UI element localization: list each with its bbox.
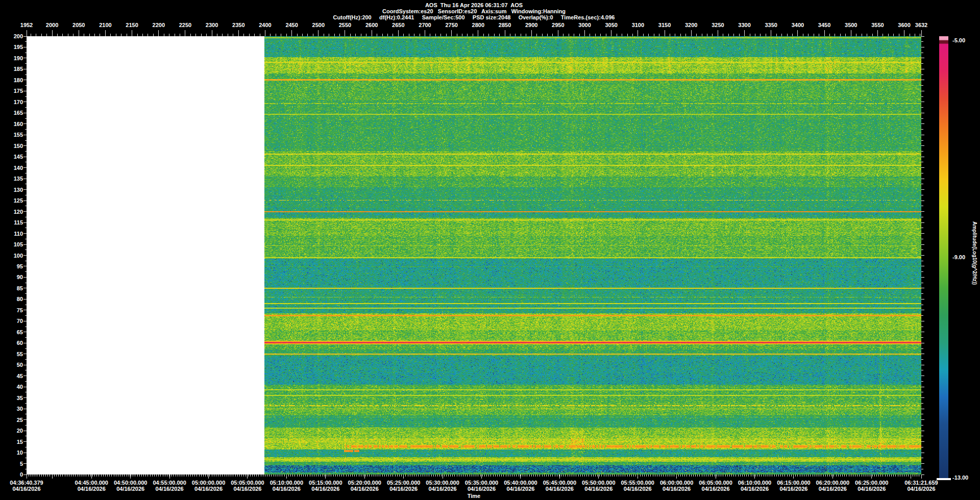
time-axis-tick-label: 04:50:00.000: [114, 480, 147, 486]
time-axis-minor-tick: [133, 474, 133, 477]
freq-right-tick: [921, 425, 923, 426]
time-axis-tick-label: 05:25:00.000: [387, 480, 420, 486]
time-axis-minor-tick: [857, 474, 857, 477]
freq-axis-tick-label: 50: [0, 362, 23, 368]
record-axis-major-tick: [212, 30, 212, 36]
time-axis-minor-tick: [563, 474, 564, 477]
time-axis-major-tick: [364, 474, 365, 479]
time-axis-minor-tick: [623, 474, 623, 477]
time-axis-minor-tick: [380, 474, 380, 477]
freq-right-tick: [921, 239, 923, 239]
freq-right-tick: [921, 266, 924, 266]
time-axis-minor-tick: [160, 474, 161, 477]
time-axis-minor-tick: [497, 474, 498, 477]
time-axis-minor-tick: [448, 474, 449, 477]
time-axis-date-label: 04/16/2026: [116, 486, 144, 492]
time-axis-minor-tick: [610, 474, 610, 477]
time-axis-minor-tick: [523, 474, 523, 477]
record-axis-tick-label: 3450: [818, 22, 830, 28]
time-axis-minor-tick: [617, 474, 617, 477]
time-axis-minor-tick: [785, 474, 785, 477]
no-data-region: [27, 36, 264, 474]
time-axis-minor-tick: [467, 474, 468, 477]
time-axis-minor-tick: [770, 474, 770, 477]
time-axis-minor-tick: [666, 474, 666, 477]
time-axis-minor-tick: [740, 474, 741, 477]
time-axis-minor-tick: [699, 474, 700, 477]
freq-axis-tick-label: 185: [0, 66, 23, 72]
freq-right-tick: [921, 261, 923, 261]
time-axis-minor-tick: [800, 474, 800, 477]
time-axis-major-tick: [598, 474, 599, 479]
time-axis-minor-tick: [576, 474, 576, 477]
record-axis-major-tick: [744, 30, 745, 36]
time-axis-major-tick: [130, 474, 131, 479]
time-axis-minor-tick: [154, 474, 155, 477]
record-axis-major-tick: [478, 30, 478, 36]
freq-right-tick: [921, 370, 923, 370]
freq-right-tick: [921, 310, 924, 310]
time-axis-minor-tick: [237, 474, 238, 477]
freq-axis-tick-label: 55: [0, 351, 23, 357]
record-axis-tick-label: 2150: [126, 22, 138, 28]
time-axis-minor-tick: [789, 474, 790, 477]
time-axis-minor-tick: [84, 474, 84, 477]
freq-right-tick: [921, 140, 923, 141]
time-axis-minor-tick: [314, 474, 314, 477]
freq-right-tick: [921, 277, 924, 278]
time-axis-tick-label: 04:36:40.379: [10, 480, 43, 486]
time-axis-minor-tick: [570, 474, 570, 477]
time-axis-minor-tick: [190, 474, 191, 477]
time-axis-minor-tick: [580, 474, 581, 477]
time-axis-minor-tick: [584, 474, 585, 477]
time-axis-minor-tick: [263, 474, 263, 477]
time-axis-minor-tick: [171, 474, 172, 477]
time-axis-minor-tick: [103, 474, 104, 477]
time-axis-minor-tick: [653, 474, 653, 477]
header-title: AOS Thu 16 Apr 2026 06:31:07 AOS: [27, 2, 921, 8]
time-axis-minor-tick: [733, 474, 734, 477]
freq-right-tick: [921, 419, 924, 420]
time-axis-minor-tick: [354, 474, 355, 477]
time-axis-date-label: 04/16/2026: [779, 486, 807, 492]
freq-axis-tick-label: 80: [0, 296, 23, 302]
time-axis-minor-tick: [145, 474, 146, 477]
time-axis-minor-tick: [99, 474, 99, 477]
time-axis-minor-tick: [78, 474, 78, 477]
freq-axis-tick-label: 135: [0, 176, 23, 182]
time-axis-minor-tick: [791, 474, 792, 477]
time-axis-minor-tick: [201, 474, 202, 477]
time-axis-major-tick: [325, 474, 326, 479]
freq-axis-tick-label: 140: [0, 165, 23, 171]
freq-axis-tick-label: 120: [0, 209, 23, 215]
record-axis-tick-label: 2000: [46, 22, 58, 28]
time-axis-date-label: 04/16/2026: [506, 486, 534, 492]
time-axis-minor-tick: [416, 474, 416, 477]
time-axis-minor-tick: [454, 474, 455, 477]
time-axis-minor-tick: [290, 474, 291, 477]
spectrogram-plot[interactable]: [264, 36, 921, 474]
freq-right-tick: [921, 195, 923, 195]
time-axis-minor-tick: [284, 474, 285, 477]
time-axis-minor-tick: [276, 474, 276, 477]
time-axis-minor-tick: [646, 474, 647, 477]
freq-right-tick: [921, 381, 923, 382]
time-axis-minor-tick: [173, 474, 174, 477]
time-axis-minor-tick: [657, 474, 657, 477]
time-axis-major-tick: [871, 474, 872, 479]
record-axis-major-tick: [824, 30, 825, 36]
time-axis-minor-tick: [578, 474, 579, 477]
freq-right-tick: [921, 74, 923, 75]
record-axis-tick-label: 2400: [259, 22, 271, 28]
time-axis-major-tick: [91, 474, 92, 479]
time-axis-major-tick: [716, 474, 716, 479]
time-axis-minor-tick: [550, 474, 551, 477]
time-axis-minor-tick: [510, 474, 510, 477]
freq-axis-tick-label: 130: [0, 187, 23, 193]
time-axis-minor-tick: [595, 474, 596, 477]
time-axis-minor-tick: [715, 474, 715, 477]
freq-axis-tick-label: 95: [0, 263, 23, 269]
time-axis-minor-tick: [374, 474, 374, 477]
time-axis-minor-tick: [484, 474, 485, 477]
time-axis-minor-tick: [127, 474, 127, 477]
